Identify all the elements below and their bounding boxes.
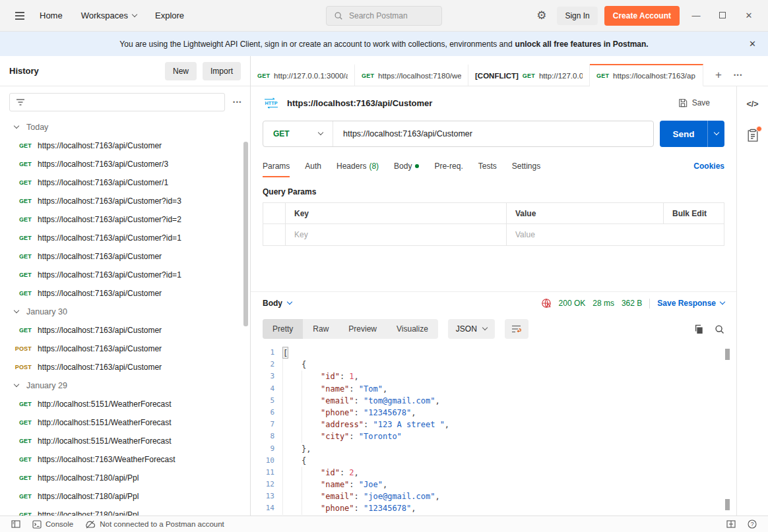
history-group-header[interactable]: Today bbox=[0, 118, 250, 136]
documentation-icon[interactable] bbox=[747, 129, 759, 144]
connection-status[interactable]: Not connected to a Postman account bbox=[82, 520, 228, 529]
request-method-label: GET bbox=[13, 438, 32, 444]
history-more-icon[interactable]: ••• bbox=[233, 99, 242, 105]
tab-body[interactable]: Body bbox=[394, 162, 419, 177]
history-item[interactable]: GEThttps://localhost:7163/api/Customer bbox=[0, 321, 250, 340]
history-item[interactable]: POSThttps://localhost:7163/api/Customer bbox=[0, 358, 250, 376]
code-text: "name": "Joe", bbox=[274, 479, 387, 490]
history-group-header[interactable]: January 29 bbox=[0, 376, 250, 395]
window-minimize-button[interactable]: — bbox=[686, 11, 706, 20]
wrap-lines-button[interactable] bbox=[505, 319, 528, 339]
code-text: "email": "joe@gmail.com", bbox=[274, 490, 440, 502]
history-item[interactable]: GEThttps://localhost:7163/api/Customer?i… bbox=[0, 210, 250, 229]
scrollbar-thumb[interactable] bbox=[243, 142, 248, 326]
tab-settings[interactable]: Settings bbox=[512, 162, 540, 177]
key-input[interactable]: Key bbox=[286, 224, 507, 245]
format-dropdown[interactable]: JSON bbox=[448, 319, 495, 339]
save-button[interactable]: Save bbox=[678, 98, 724, 107]
request-tab[interactable]: GEThttps://localhost:7180/we bbox=[355, 64, 468, 86]
split-pane-button[interactable] bbox=[723, 520, 739, 528]
request-method-label: GET bbox=[13, 475, 32, 481]
tab-prereq[interactable]: Pre-req. bbox=[434, 162, 463, 177]
toggle-sidebar-button[interactable] bbox=[8, 520, 24, 528]
history-item[interactable]: POSThttps://localhost:7163/api/Customer bbox=[0, 340, 250, 358]
request-tab[interactable]: [CONFLICT]GEThttp://127.0.0. bbox=[468, 64, 590, 86]
value-input[interactable]: Value bbox=[507, 224, 724, 245]
save-response-button[interactable]: Save Response bbox=[657, 299, 724, 308]
request-method-label: GET bbox=[13, 419, 32, 426]
search-input[interactable]: Search Postman bbox=[326, 6, 442, 26]
code-text: "address": "123 A street ", bbox=[274, 419, 449, 430]
request-tab[interactable]: GEThttp://127.0.0.1:3000/api/ bbox=[251, 64, 355, 86]
line-number: 14 bbox=[251, 502, 274, 514]
console-button[interactable]: Console bbox=[29, 520, 77, 529]
new-tab-button[interactable]: + bbox=[711, 69, 726, 82]
history-item[interactable]: GEThttps://localhost:7180/api/Ppl bbox=[0, 487, 250, 506]
send-options-caret[interactable] bbox=[707, 121, 724, 147]
history-item[interactable]: GEThttps://localhost:7163/api/Customer?i… bbox=[0, 192, 250, 210]
bulk-edit-button[interactable]: Bulk Edit bbox=[663, 203, 724, 223]
history-item[interactable]: GEThttps://localhost:7163/api/Customer bbox=[0, 136, 250, 155]
code-snippet-icon[interactable]: </> bbox=[746, 100, 758, 109]
history-item[interactable]: GEThttps://localhost:7163/api/Customer bbox=[0, 247, 250, 266]
history-item[interactable]: GEThttps://localhost:7163/WeatherForecas… bbox=[0, 450, 250, 469]
banner-bold-text[interactable]: unlock all free features in Postman. bbox=[515, 40, 649, 49]
view-tab-preview[interactable]: Preview bbox=[338, 319, 387, 339]
ssl-warning-globe-icon[interactable] bbox=[541, 298, 552, 309]
status-badge[interactable]: 200 OK bbox=[559, 299, 586, 308]
tab-headers[interactable]: Headers(8) bbox=[336, 162, 379, 177]
tab-params[interactable]: Params bbox=[263, 162, 290, 177]
import-button[interactable]: Import bbox=[203, 62, 241, 80]
history-item[interactable]: GEThttp://localhost:5151/WeatherForecast bbox=[0, 413, 250, 432]
help-button[interactable]: ? bbox=[744, 519, 760, 529]
row-select-cell[interactable] bbox=[263, 224, 286, 245]
nav-workspaces[interactable]: Workspaces bbox=[72, 0, 146, 31]
history-item[interactable]: GEThttps://localhost:7163/api/Customer?i… bbox=[0, 266, 250, 284]
tab-tests[interactable]: Tests bbox=[478, 162, 497, 177]
hamburger-menu-icon[interactable] bbox=[9, 7, 30, 24]
method-dropdown[interactable]: GET bbox=[263, 121, 333, 146]
scrollbar-thumb[interactable] bbox=[725, 499, 730, 510]
code-text: "phone": "12345678", bbox=[274, 502, 416, 514]
nav-home[interactable]: Home bbox=[30, 0, 72, 31]
view-tab-pretty[interactable]: Pretty bbox=[263, 319, 303, 339]
history-item[interactable]: GEThttps://localhost:7163/api/Customer bbox=[0, 284, 250, 303]
response-body-editor[interactable]: 1[2{3"id": 1,4"name": "Tom",5"email": "t… bbox=[251, 343, 736, 516]
tab-auth[interactable]: Auth bbox=[305, 162, 321, 177]
history-item[interactable]: GEThttps://localhost:7180/api/Ppl bbox=[0, 469, 250, 487]
copy-response-button[interactable] bbox=[694, 324, 703, 334]
new-button[interactable]: New bbox=[165, 62, 197, 80]
history-item[interactable]: GEThttps://localhost:7180/api/Ppl bbox=[0, 506, 250, 516]
tab-options-icon[interactable]: ••• bbox=[734, 72, 743, 78]
history-group-header[interactable]: January 30 bbox=[0, 303, 250, 321]
send-button[interactable]: Send bbox=[660, 121, 724, 147]
view-tab-raw[interactable]: Raw bbox=[303, 319, 338, 339]
request-tab[interactable]: GEThttps://localhost:7163/ap bbox=[590, 64, 703, 86]
request-method-label: GET bbox=[13, 253, 32, 260]
request-method-label: GET bbox=[13, 235, 32, 241]
view-tab-visualize[interactable]: Visualize bbox=[387, 319, 438, 339]
line-number: 4 bbox=[251, 383, 274, 395]
window-maximize-button[interactable] bbox=[713, 11, 732, 20]
response-body-dropdown[interactable]: Body bbox=[263, 299, 292, 308]
history-item[interactable]: GEThttp://localhost:5151/WeatherForecast bbox=[0, 395, 250, 413]
window-close-button[interactable]: ✕ bbox=[739, 11, 759, 20]
banner-close-icon[interactable]: ✕ bbox=[749, 39, 756, 49]
line-number: 5 bbox=[251, 395, 274, 407]
nav-explore[interactable]: Explore bbox=[146, 0, 193, 31]
history-item[interactable]: GEThttps://localhost:7163/api/Customer/3 bbox=[0, 155, 250, 173]
sign-in-button[interactable]: Sign In bbox=[557, 7, 597, 25]
history-item[interactable]: GEThttp://localhost:5151/WeatherForecast bbox=[0, 432, 250, 450]
code-text: [ bbox=[274, 347, 288, 359]
settings-gear-icon[interactable]: ⚙ bbox=[532, 9, 550, 22]
search-response-button[interactable] bbox=[715, 324, 724, 334]
request-method-label: GET bbox=[13, 290, 32, 297]
url-input[interactable]: https://localhost:7163/api/Customer bbox=[333, 129, 482, 138]
indent-guide bbox=[302, 395, 321, 407]
history-filter-input[interactable] bbox=[9, 93, 225, 111]
scrollbar-thumb[interactable] bbox=[725, 349, 730, 360]
history-item[interactable]: GEThttps://localhost:7163/api/Customer/1 bbox=[0, 173, 250, 192]
create-account-button[interactable]: Create Account bbox=[604, 6, 680, 26]
cookies-link[interactable]: Cookies bbox=[693, 162, 724, 171]
history-item[interactable]: GEThttps://localhost:7163/api/Customer?i… bbox=[0, 229, 250, 247]
